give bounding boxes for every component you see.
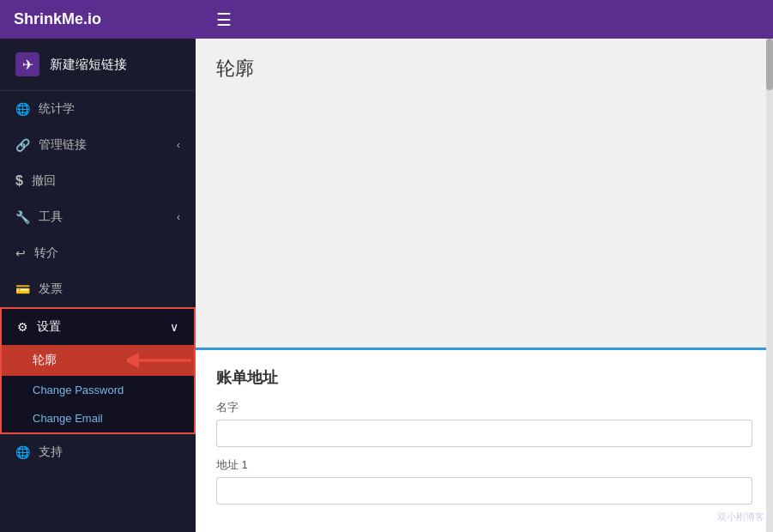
tools-chevron: ‹: [177, 211, 180, 223]
page-title: 轮廓: [216, 56, 752, 82]
settings-section: ⚙ 设置 ∨ 轮廓 Change Passwo: [0, 307, 196, 434]
sidebar-item-stats[interactable]: 🌐 统计学: [0, 91, 196, 127]
sidebar-item-referral[interactable]: ↩ 转介: [0, 235, 196, 271]
sidebar-item-manage[interactable]: 🔗 管理链接 ‹: [0, 127, 196, 163]
sidebar-sub-item-change-email[interactable]: Change Email: [2, 404, 194, 432]
billing-title: 账单地址: [216, 367, 752, 388]
top-header: ShrinkMe.io ☰: [0, 0, 773, 39]
content-body: 轮廓 账单地址 名字 地址 1: [196, 39, 773, 532]
billing-section: 账单地址 名字 地址 1: [196, 348, 773, 532]
tools-icon: 🔧: [15, 210, 30, 224]
settings-header[interactable]: ⚙ 设置 ∨: [2, 309, 194, 345]
page-title-section: 轮廓: [196, 39, 773, 348]
withdraw-label: 撤回: [32, 173, 56, 189]
referral-label: 转介: [34, 245, 58, 261]
brand-logo: ShrinkMe.io: [14, 10, 209, 28]
sidebar-new-link[interactable]: ✈ 新建缩短链接: [0, 39, 196, 91]
change-email-label: Change Email: [33, 412, 103, 425]
address1-input[interactable]: [216, 477, 752, 505]
hamburger-icon[interactable]: ☰: [216, 9, 232, 30]
manage-chevron: ‹: [177, 139, 180, 151]
main-layout: ✈ 新建缩短链接 🌐 统计学 🔗 管理链接 ‹ $ 撤回 🔧 工具 ‹ ↩ 转: [0, 39, 773, 532]
scrollbar-track: [766, 39, 773, 532]
referral-icon: ↩: [15, 246, 26, 260]
invoice-icon: 💳: [15, 282, 30, 296]
new-link-label: 新建缩短链接: [50, 57, 127, 73]
scrollbar-thumb[interactable]: [766, 39, 773, 90]
sidebar-sub-item-lunkuo[interactable]: 轮廓: [2, 345, 194, 376]
stats-icon: 🌐: [15, 102, 30, 116]
settings-label: 设置: [37, 319, 61, 335]
support-label: 支持: [39, 444, 63, 460]
sidebar-item-support[interactable]: 🌐 支持: [0, 434, 196, 470]
lunkuo-label: 轮廓: [33, 353, 57, 368]
change-password-label: Change Password: [33, 384, 124, 396]
sidebar: ✈ 新建缩短链接 🌐 统计学 🔗 管理链接 ‹ $ 撤回 🔧 工具 ‹ ↩ 转: [0, 39, 196, 532]
address1-label: 地址 1: [216, 457, 752, 473]
red-arrow-icon: [127, 348, 196, 372]
sidebar-item-tools[interactable]: 🔧 工具 ‹: [0, 199, 196, 235]
name-label: 名字: [216, 400, 752, 415]
sidebar-item-invoice[interactable]: 💳 发票: [0, 271, 196, 307]
sidebar-item-withdraw[interactable]: $ 撤回: [0, 163, 196, 199]
support-icon: 🌐: [15, 445, 30, 459]
content-area: 轮廓 账单地址 名字 地址 1 双小刚博客: [196, 39, 773, 532]
name-input[interactable]: [216, 420, 752, 447]
sidebar-sub-item-change-password[interactable]: Change Password: [2, 376, 194, 404]
tools-label: 工具: [39, 209, 63, 225]
paper-plane-icon: ✈: [15, 52, 39, 76]
settings-gear-icon: ⚙: [17, 320, 28, 334]
manage-label: 管理链接: [39, 137, 87, 153]
invoice-label: 发票: [39, 281, 63, 297]
withdraw-icon: $: [15, 173, 23, 189]
settings-chevron: ∨: [170, 320, 178, 334]
stats-label: 统计学: [39, 101, 75, 117]
manage-icon: 🔗: [15, 138, 30, 152]
